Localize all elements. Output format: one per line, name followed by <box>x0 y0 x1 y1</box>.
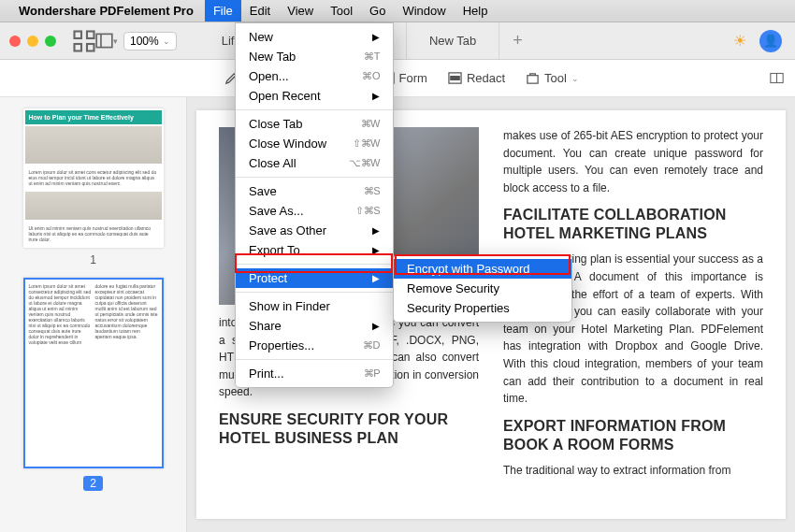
svg-rect-0 <box>75 31 82 38</box>
page-number-2: 2 <box>83 476 103 491</box>
menu-view[interactable]: View <box>279 0 322 22</box>
form-tool-label: Form <box>399 71 427 85</box>
minimize-window-icon[interactable] <box>27 36 38 47</box>
zoom-selector[interactable]: 100% ⌄ <box>123 32 177 50</box>
menu-item-close-tab[interactable]: Close Tab⌘W <box>236 114 393 134</box>
menu-file[interactable]: File <box>205 0 241 22</box>
svg-rect-2 <box>75 44 82 51</box>
traffic-lights <box>9 36 56 47</box>
menu-item-close-window[interactable]: Close Window⇧⌘W <box>236 134 393 153</box>
svg-rect-4 <box>96 34 112 47</box>
body-text: The traditional way to extract informati… <box>503 462 763 480</box>
page-number-1: 1 <box>0 253 186 266</box>
file-menu-dropdown: New▶New Tab⌘TOpen...⌘OOpen Recent▶Close … <box>235 22 394 388</box>
menu-item-protect[interactable]: Protect▶ <box>236 268 393 288</box>
menu-item-export-to[interactable]: Export To▶ <box>236 240 393 260</box>
menu-item-close-all[interactable]: Close All⌥⌘W <box>236 153 393 173</box>
page-thumbnail-2[interactable]: Lorem ipsum dolor sit amet consectetur a… <box>23 278 164 468</box>
svg-rect-13 <box>528 76 538 83</box>
section-heading: EXPORT INFORMATION FROM BOOK A ROOM FORM… <box>503 417 763 454</box>
new-tab-button[interactable]: + <box>499 31 536 50</box>
redact-tool-label: Redact <box>467 71 505 85</box>
chevron-down-icon: ⌄ <box>571 74 579 83</box>
thumbnail-sidebar: How to Plan your Time Effectively Lorem … <box>0 97 187 532</box>
menu-item-open-[interactable]: Open...⌘O <box>236 66 393 86</box>
menu-window[interactable]: Window <box>394 0 454 22</box>
sidebar-toggle-icon[interactable]: ▾ <box>95 30 118 52</box>
protect-submenu: Encrypt with PasswordRemove SecuritySecu… <box>393 254 572 323</box>
chevron-down-icon: ⌄ <box>163 36 170 46</box>
menu-item-share[interactable]: Share▶ <box>236 316 393 336</box>
tool-dropdown[interactable]: Tool⌄ <box>526 71 579 85</box>
menu-item-save-as-other[interactable]: Save as Other▶ <box>236 221 393 240</box>
menu-item-save[interactable]: Save⌘S <box>236 181 393 201</box>
document-tab-new[interactable]: New Tab <box>407 22 499 59</box>
svg-rect-1 <box>87 31 94 38</box>
menu-item-properties-[interactable]: Properties...⌘D <box>236 336 393 355</box>
thumbnail-grid-icon[interactable] <box>73 30 95 52</box>
menu-item-show-in-finder[interactable]: Show in Finder <box>236 296 393 316</box>
editor-toolbar: age Link Form Redact Tool⌄ <box>0 60 795 97</box>
thumbnail-title: How to Plan your Time Effectively <box>25 110 162 124</box>
user-icon: 👤 <box>763 34 778 48</box>
tool-dropdown-label: Tool <box>544 71 567 85</box>
redact-tool[interactable]: Redact <box>448 71 505 85</box>
svg-rect-12 <box>451 77 459 80</box>
close-window-icon[interactable] <box>9 36 21 47</box>
section-heading: ENSURE SECURITY FOR YOUR HOTEL BUSINESS … <box>219 410 479 448</box>
menu-go[interactable]: Go <box>361 0 394 22</box>
menu-tool[interactable]: Tool <box>322 0 361 22</box>
page-thumbnail-1[interactable]: How to Plan your Time Effectively Lorem … <box>23 108 164 248</box>
menu-item-new[interactable]: New▶ <box>236 27 393 47</box>
menu-item-print-[interactable]: Print...⌘P <box>236 364 393 383</box>
menu-item-open-recent[interactable]: Open Recent▶ <box>236 86 393 106</box>
zoom-value: 100% <box>130 35 159 48</box>
tips-icon[interactable]: ☀ <box>720 32 759 50</box>
submenu-item-security-properties[interactable]: Security Properties <box>394 298 571 318</box>
reader-view-icon[interactable] <box>770 71 784 85</box>
submenu-item-remove-security[interactable]: Remove Security <box>394 279 571 298</box>
menu-edit[interactable]: Edit <box>241 0 279 22</box>
avatar[interactable]: 👤 <box>759 30 782 52</box>
section-heading: FACILITATE COLLABORATION HOTEL MARKETING… <box>503 206 763 243</box>
menu-item-save-as-[interactable]: Save As...⇧⌘S <box>236 201 393 221</box>
submenu-item-encrypt-with-password[interactable]: Encrypt with Password <box>394 259 571 279</box>
menu-item-new-tab[interactable]: New Tab⌘T <box>236 47 393 66</box>
fullscreen-window-icon[interactable] <box>45 36 56 47</box>
mac-menubar: Wondershare PDFelement Pro File Edit Vie… <box>0 0 795 22</box>
svg-rect-3 <box>87 44 94 51</box>
body-text: makes use of 265-bit AES encryption to p… <box>503 127 763 196</box>
menu-help[interactable]: Help <box>455 0 497 22</box>
app-name: Wondershare PDFelement Pro <box>19 4 194 18</box>
window-chrome: ▾ 100% ⌄ Lif an New Tab + ☀ 👤 <box>0 22 795 60</box>
